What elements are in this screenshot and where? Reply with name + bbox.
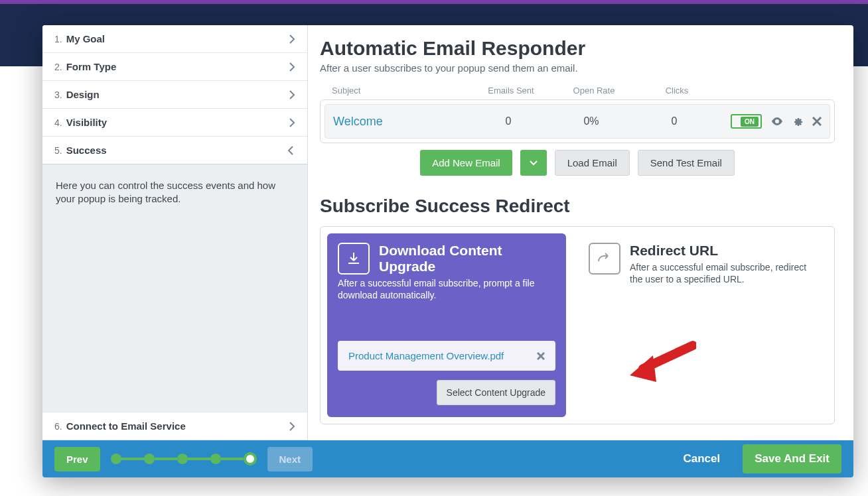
redirect-url-title: Redirect URL	[589, 243, 817, 259]
email-row: Welcome 0 0% 0 ON	[325, 104, 830, 139]
emails-sent-value: 0	[469, 115, 548, 127]
load-email-button[interactable]: Load Email	[555, 150, 630, 176]
email-toggle[interactable]: ON	[731, 114, 762, 129]
step-form-type[interactable]: 2.Form Type	[42, 53, 307, 81]
section-title-redirect: Subscribe Success Redirect	[320, 196, 835, 217]
chevron-right-icon	[289, 90, 295, 99]
step-label: Visibility	[66, 117, 107, 128]
chevron-right-icon	[289, 62, 295, 72]
chevron-right-icon	[289, 118, 295, 127]
col-subject: Subject	[332, 86, 471, 95]
progress-indicator	[111, 452, 257, 465]
step-label: My Goal	[66, 33, 105, 44]
download-title: Download Content Upgrade	[338, 243, 555, 275]
email-table: Subject Emails Sent Open Rate Clicks Wel…	[320, 82, 835, 176]
add-email-dropdown-button[interactable]	[520, 150, 547, 176]
chevron-right-icon	[289, 34, 295, 44]
popup-editor-modal: 1.My Goal 2.Form Type 3.Design 4.Visibil…	[42, 25, 853, 477]
step-label: Form Type	[66, 61, 117, 72]
save-and-exit-button[interactable]: Save And Exit	[743, 444, 841, 473]
eye-icon[interactable]	[771, 117, 783, 125]
download-upgrade-card[interactable]: Download Content Upgrade After a success…	[327, 233, 566, 417]
clicks-value: 0	[634, 115, 714, 127]
col-open: Open Rate	[551, 86, 637, 95]
selected-file: Product Management Overview.pdf	[338, 341, 555, 371]
next-button: Next	[267, 447, 313, 471]
col-clicks: Clicks	[637, 86, 717, 95]
section-subtitle: After a user subscribes to your popup se…	[320, 62, 835, 74]
email-name-link[interactable]: Welcome	[333, 115, 469, 129]
redirect-icon	[589, 243, 620, 275]
step-success[interactable]: 5.Success	[42, 137, 307, 164]
wizard-sidebar: 1.My Goal 2.Form Type 3.Design 4.Visibil…	[42, 25, 308, 440]
remove-file-icon[interactable]	[537, 352, 545, 360]
chevron-right-icon	[289, 422, 295, 431]
select-content-upgrade-button[interactable]: Select Content Upgrade	[437, 380, 555, 405]
main-content: Automatic Email Responder After a user s…	[308, 25, 853, 440]
step-label: Design	[66, 89, 100, 100]
col-sent: Emails Sent	[471, 86, 551, 95]
step-connect-email[interactable]: 6.Connect to Email Service	[42, 412, 307, 440]
close-icon[interactable]	[812, 117, 822, 126]
redirect-options: Download Content Upgrade After a success…	[320, 226, 835, 424]
download-icon	[338, 243, 370, 275]
step-label: Connect to Email Service	[66, 420, 186, 432]
section-title-responder: Automatic Email Responder	[320, 37, 835, 60]
gear-icon[interactable]	[792, 116, 803, 127]
chevron-down-icon	[286, 147, 295, 154]
step-visibility[interactable]: 4.Visibility	[42, 109, 307, 137]
filename-link[interactable]: Product Management Overview.pdf	[348, 350, 504, 361]
step-my-goal[interactable]: 1.My Goal	[42, 25, 307, 53]
download-desc: After a successful email subscribe, prom…	[338, 277, 555, 301]
step-design[interactable]: 3.Design	[42, 81, 307, 109]
step-description: Here you can control the success events …	[42, 164, 307, 412]
send-test-email-button[interactable]: Send Test Email	[638, 150, 735, 176]
add-new-email-button[interactable]: Add New Email	[420, 150, 512, 176]
prev-button[interactable]: Prev	[54, 447, 100, 471]
redirect-url-desc: After a successful email subscribe, redi…	[589, 261, 817, 285]
wizard-footer: Prev Next Cancel Save And Exit	[42, 440, 853, 477]
step-label: Success	[66, 145, 107, 156]
redirect-url-card[interactable]: Redirect URL After a successful email su…	[578, 233, 828, 417]
open-rate-value: 0%	[548, 115, 634, 127]
cancel-button[interactable]: Cancel	[672, 446, 733, 472]
